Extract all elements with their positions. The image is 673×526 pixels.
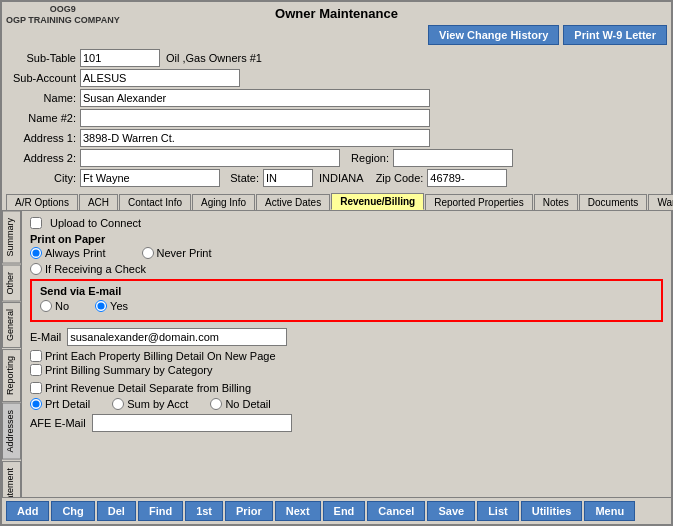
toolbar: View Change History Print W-9 Letter	[2, 23, 671, 47]
email-label: E-Mail	[30, 331, 61, 343]
never-print-label[interactable]: Never Print	[142, 247, 212, 259]
no-detail-radio[interactable]	[210, 398, 222, 410]
state-name: INDIANA	[319, 172, 364, 184]
email-yn-row: No Yes	[40, 300, 653, 312]
main-content: Upload to Connect Print on Paper Always …	[22, 211, 671, 497]
sum-by-acct-label[interactable]: Sum by Acct	[112, 398, 188, 410]
send-email-title: Send via E-mail	[40, 285, 653, 297]
no-email-radio[interactable]	[40, 300, 52, 312]
state-label: State:	[224, 172, 259, 184]
if-receiving-label[interactable]: If Receiving a Check	[30, 263, 146, 275]
tab-aging-info[interactable]: Aging Info	[192, 194, 255, 210]
sub-table-label: Sub-Table	[6, 52, 76, 64]
name2-label: Name #2:	[6, 112, 76, 124]
region-input[interactable]	[393, 149, 513, 167]
sub-table-input[interactable]	[80, 49, 160, 67]
side-tab-addresses[interactable]: Addresses	[2, 403, 21, 460]
afe-email-label: AFE E-Mail	[30, 417, 86, 429]
tab-contact-info[interactable]: Contact Info	[119, 194, 191, 210]
del-button[interactable]: Del	[97, 501, 136, 521]
print-on-paper-title: Print on Paper	[30, 233, 663, 245]
no-email-label[interactable]: No	[40, 300, 69, 312]
upload-label: Upload to Connect	[50, 217, 141, 229]
main-window: OOG9 OGP TRAINING COMPANY Owner Maintena…	[0, 0, 673, 526]
never-print-radio[interactable]	[142, 247, 154, 259]
address2-input[interactable]	[80, 149, 340, 167]
print-revenue-label[interactable]: Print Revenue Detail Separate from Billi…	[30, 382, 663, 394]
address1-label: Address 1:	[6, 132, 76, 144]
side-tab-reporting[interactable]: Reporting	[2, 349, 21, 402]
print-billing-label[interactable]: Print Billing Summary by Category	[30, 364, 663, 376]
list-button[interactable]: List	[477, 501, 519, 521]
tab-warra[interactable]: Warra	[648, 194, 673, 210]
no-detail-label[interactable]: No Detail	[210, 398, 270, 410]
always-print-label[interactable]: Always Print	[30, 247, 106, 259]
first-button[interactable]: 1st	[185, 501, 223, 521]
find-button[interactable]: Find	[138, 501, 183, 521]
tab-notes[interactable]: Notes	[534, 194, 578, 210]
menu-button[interactable]: Menu	[584, 501, 635, 521]
address2-label: Address 2:	[6, 152, 76, 164]
name-label: Name:	[6, 92, 76, 104]
window-title: Owner Maintenance	[275, 6, 398, 21]
prt-detail-label[interactable]: Prt Detail	[30, 398, 90, 410]
print-billing-checkbox[interactable]	[30, 364, 42, 376]
zip-input[interactable]	[427, 169, 507, 187]
tab-revenue-billing[interactable]: Revenue/Billing	[331, 193, 424, 210]
cancel-button[interactable]: Cancel	[367, 501, 425, 521]
chg-button[interactable]: Chg	[51, 501, 94, 521]
prior-button[interactable]: Prior	[225, 501, 273, 521]
yes-email-label[interactable]: Yes	[95, 300, 128, 312]
side-tab-general[interactable]: General	[2, 302, 21, 348]
add-button[interactable]: Add	[6, 501, 49, 521]
print-w9-button[interactable]: Print W-9 Letter	[563, 25, 667, 45]
end-button[interactable]: End	[323, 501, 366, 521]
name2-input[interactable]	[80, 109, 430, 127]
tab-active-dates[interactable]: Active Dates	[256, 194, 330, 210]
side-tab-summary[interactable]: Summary	[2, 211, 21, 264]
zip-label: Zip Code:	[376, 172, 424, 184]
upload-row: Upload to Connect	[30, 217, 663, 229]
tab-ach[interactable]: ACH	[79, 194, 118, 210]
yes-email-radio[interactable]	[95, 300, 107, 312]
form-area: Sub-Table Oil ,Gas Owners #1 Sub-Account…	[2, 47, 671, 191]
sub-account-input[interactable]	[80, 69, 240, 87]
tabs-bar: A/R Options ACH Contact Info Aging Info …	[2, 193, 671, 211]
sum-by-acct-radio[interactable]	[112, 398, 124, 410]
content-area: Summary Other General Reporting Addresse…	[2, 211, 671, 497]
view-change-history-button[interactable]: View Change History	[428, 25, 559, 45]
city-input[interactable]	[80, 169, 220, 187]
if-receiving-row: If Receiving a Check	[30, 263, 663, 275]
print-revenue-row: Print Revenue Detail Separate from Billi…	[30, 382, 663, 394]
company-label: OOG9 OGP TRAINING COMPANY	[6, 4, 120, 26]
city-label: City:	[6, 172, 76, 184]
always-print-radio[interactable]	[30, 247, 42, 259]
sub-table-desc: Oil ,Gas Owners #1	[166, 52, 262, 64]
utilities-button[interactable]: Utilities	[521, 501, 583, 521]
side-tab-other[interactable]: Other	[2, 265, 21, 302]
upload-checkbox[interactable]	[30, 217, 42, 229]
tab-documents[interactable]: Documents	[579, 194, 648, 210]
print-billing-row: Print Billing Summary by Category	[30, 364, 663, 376]
prt-detail-radio[interactable]	[30, 398, 42, 410]
sub-account-label: Sub-Account	[6, 72, 76, 84]
side-tab-statement[interactable]: Statement	[2, 461, 21, 497]
address1-input[interactable]	[80, 129, 430, 147]
tab-reported-properties[interactable]: Reported Properties	[425, 194, 533, 210]
tab-ar-options[interactable]: A/R Options	[6, 194, 78, 210]
afe-email-input[interactable]	[92, 414, 292, 432]
print-each-label[interactable]: Print Each Property Billing Detail On Ne…	[30, 350, 663, 362]
afe-email-row: AFE E-Mail	[30, 414, 663, 432]
print-options-row: Always Print Never Print	[30, 247, 663, 259]
email-input[interactable]	[67, 328, 287, 346]
state-input[interactable]	[263, 169, 313, 187]
print-each-row: Print Each Property Billing Detail On Ne…	[30, 350, 663, 362]
print-on-paper-section: Print on Paper Always Print Never Print …	[30, 233, 663, 275]
region-label: Region:	[344, 152, 389, 164]
print-revenue-checkbox[interactable]	[30, 382, 42, 394]
name-input[interactable]	[80, 89, 430, 107]
if-receiving-radio[interactable]	[30, 263, 42, 275]
print-each-checkbox[interactable]	[30, 350, 42, 362]
save-button[interactable]: Save	[427, 501, 475, 521]
next-button[interactable]: Next	[275, 501, 321, 521]
